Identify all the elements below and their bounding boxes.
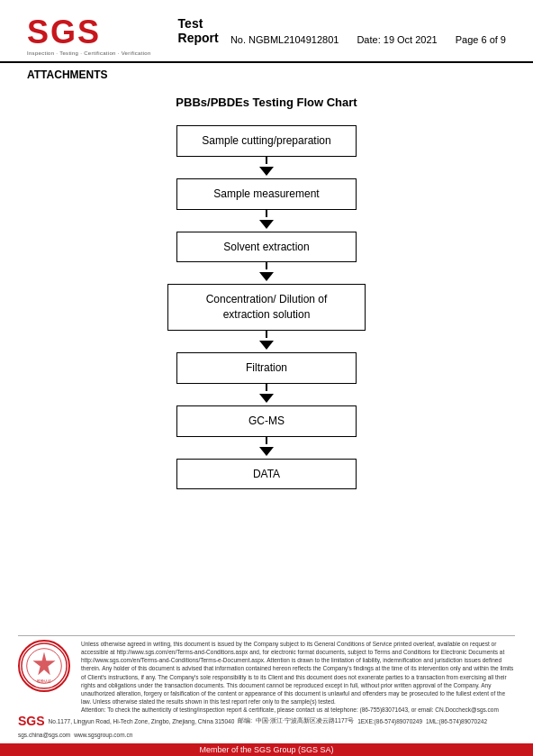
footer-divider (18, 635, 515, 636)
page-label: Page (456, 34, 479, 45)
footer-wrapper: 检验认证 Unless otherwise agreed in writing,… (0, 632, 533, 738)
main-content: PBBs/PBDEs Testing Flow Chart Sample cut… (0, 83, 533, 489)
arrow-6 (259, 437, 274, 459)
page-value: 6 of 9 (481, 34, 506, 45)
footer-sgs-logo: SGS (18, 714, 45, 728)
seal-circle: 检验认证 (18, 640, 70, 692)
legal-text-content: Unless otherwise agreed in writing, this… (81, 641, 513, 705)
footer-address-cn: 中国·浙江·宁波高新区凌云路1177号 (256, 717, 354, 725)
chart-title: PBBs/PBDEs Testing Flow Chart (36, 96, 497, 109)
arrow-5 (259, 384, 274, 405)
arrow-3 (259, 262, 274, 284)
footer-bottom-bar: Member of the SGS Group (SGS SA) (0, 743, 533, 756)
flow-step-4-line1: Concentration/ Dilution of (206, 293, 328, 305)
header-info: Test Report No. NGBML2104912801 Date: 19… (151, 16, 506, 49)
report-no: No. NGBML2104912801 (230, 34, 339, 45)
logo-subtitle: Inspection · Testing · Certification · V… (27, 50, 151, 56)
logo-area: SGS Inspection · Testing · Certification… (27, 16, 151, 56)
attention-text: Attention: To check the authenticity of … (81, 706, 499, 713)
footer-seal: 检验认证 (18, 640, 72, 694)
footer-tel: 1EXE:(86-574)89070249 (357, 718, 422, 724)
flow-step-3: Solvent extraction (176, 232, 357, 263)
member-label: Member of the SGS Group (SGS SA) (199, 745, 333, 754)
sgs-logo: SGS (27, 16, 151, 49)
flow-step-4-line2: extraction solution (223, 308, 311, 321)
attachments-label: ATTACHMENTS (0, 63, 533, 83)
footer-fax: 1ML:(86-574)89070242 (426, 718, 487, 724)
arrow-2 (259, 210, 274, 232)
arrow-1 (259, 157, 274, 178)
flow-step-1: Sample cutting/preparation (176, 125, 357, 157)
flowchart: Sample cutting/preparation Sample measur… (36, 125, 497, 489)
svg-text:检验认证: 检验认证 (37, 679, 51, 683)
footer-website: www.sgsgroup.com.cn (74, 732, 132, 738)
date-value: 19 Oct 2021 (384, 34, 438, 45)
footer-address-en: No.1177, Lingyun Road, Hi-Tech Zone, Zin… (49, 718, 235, 724)
report-title: Test Report (178, 16, 230, 45)
footer-content: 检验认证 Unless otherwise agreed in writing,… (18, 640, 515, 714)
footer-address-block: SGS No.1177, Lingyun Road, Hi-Tech Zone,… (18, 714, 515, 738)
flow-step-4: Concentration/ Dilution of extraction so… (167, 284, 366, 331)
report-date: Date: 19 Oct 2021 (357, 34, 437, 45)
flow-step-2: Sample measurement (176, 178, 357, 210)
report-no-label: No. (230, 34, 246, 45)
page: SGS Inspection · Testing · Certification… (0, 0, 533, 756)
date-label: Date: (357, 34, 380, 45)
header-meta: No. NGBML2104912801 Date: 19 Oct 2021 Pa… (230, 34, 506, 45)
svg-marker-2 (32, 652, 55, 676)
footer-email: sgs.china@sgs.com (18, 732, 70, 738)
footer-legal-text: Unless otherwise agreed in writing, this… (81, 640, 515, 714)
report-no-value: NGBML2104912801 (248, 34, 339, 45)
flow-step-5: Filtration (176, 352, 357, 384)
page-indicator: Page 6 of 9 (456, 34, 506, 45)
arrow-4 (259, 331, 274, 352)
header: SGS Inspection · Testing · Certification… (0, 0, 533, 63)
footer-postcode: 邮编: (238, 717, 252, 725)
flow-step-7: DATA (176, 459, 357, 490)
flow-step-6: GC-MS (176, 405, 357, 437)
